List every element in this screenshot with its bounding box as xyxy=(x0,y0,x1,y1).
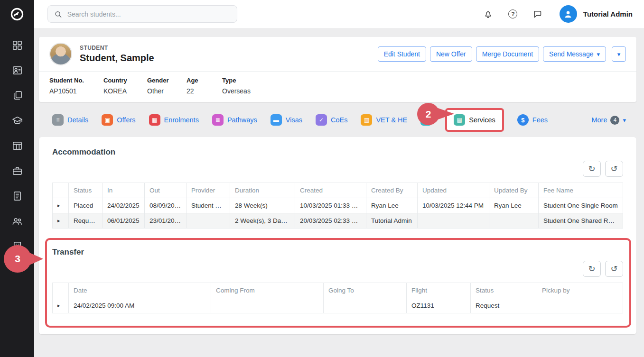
tab-coes[interactable]: ✓ CoEs xyxy=(316,114,347,126)
brand-logo-icon xyxy=(9,6,25,22)
tab-vet-he[interactable]: ▥ VET & HE xyxy=(361,114,407,126)
accommodation-header-row: Status In Out Provider Duration Created … xyxy=(53,183,623,198)
col-header[interactable]: In xyxy=(103,183,145,198)
notifications-button[interactable] xyxy=(483,9,494,20)
info-label: Student No. xyxy=(49,77,103,84)
user-name: Tutorial Admin xyxy=(583,10,633,18)
col-header[interactable]: Going To xyxy=(324,283,407,298)
sidebar-item-courses[interactable] xyxy=(11,114,23,127)
history-button[interactable]: ↺ xyxy=(605,261,623,277)
col-header[interactable]: Updated xyxy=(418,183,489,198)
chevron-down-icon: ▾ xyxy=(623,117,626,124)
new-offer-button[interactable]: New Offer xyxy=(430,46,472,62)
cell-created: 10/03/2025 01:33 PM xyxy=(295,198,366,213)
tab-label: VET & HE xyxy=(376,116,407,124)
sidebar-item-agents[interactable] xyxy=(11,165,23,177)
tab-label: Offers xyxy=(117,116,135,124)
student-photo xyxy=(49,43,72,65)
tab-enrolments[interactable]: ▦ Enrolments xyxy=(149,114,199,126)
messages-button[interactable] xyxy=(532,9,543,20)
col-header[interactable]: Out xyxy=(145,183,187,198)
student-name: Student, Sample xyxy=(80,53,154,64)
student-search[interactable] xyxy=(47,5,237,23)
accommodation-toolbar: ↻ ↺ xyxy=(52,161,623,177)
cell-pickup-by xyxy=(537,298,623,313)
sidebar-item-dashboard[interactable] xyxy=(11,39,23,51)
col-header-expand xyxy=(53,283,69,298)
record-type-label: STUDENT xyxy=(80,45,154,51)
col-header-expand xyxy=(53,183,69,198)
icon-glyph: ▬ xyxy=(273,117,279,123)
documents-icon xyxy=(12,90,23,101)
tab-label: Services xyxy=(469,116,495,124)
sidebar-item-contacts[interactable] xyxy=(11,64,23,76)
transfer-title: Transfer xyxy=(52,247,623,257)
tab-details[interactable]: ≡ Details xyxy=(52,114,88,126)
table-row: ▸ Request 06/01/2025 23/01/2025 2 Week(s… xyxy=(53,213,623,229)
services-highlight-box: ▤ Services xyxy=(445,108,504,132)
brand-logo[interactable] xyxy=(0,0,34,28)
info-age: Age 22 xyxy=(187,77,222,95)
row-expand-toggle[interactable]: ▸ xyxy=(53,198,69,213)
people-icon xyxy=(12,216,23,227)
refresh-button[interactable]: ↻ xyxy=(583,161,601,177)
icon-glyph: ≡ xyxy=(56,117,59,123)
tab-label: Enrolments xyxy=(164,116,199,124)
icon-glyph: ▥ xyxy=(364,117,369,123)
col-header[interactable]: Updated By xyxy=(489,183,539,198)
tab-offers[interactable]: ▣ Offers xyxy=(102,114,135,126)
col-header[interactable]: Created By xyxy=(366,183,418,198)
edit-student-button[interactable]: Edit Student xyxy=(378,46,426,62)
merge-document-button[interactable]: Merge Document xyxy=(476,46,539,62)
refresh-button[interactable]: ↻ xyxy=(583,261,601,277)
col-header[interactable]: Date xyxy=(69,283,211,298)
refresh-icon: ↻ xyxy=(588,165,595,173)
col-header[interactable]: Coming From xyxy=(211,283,324,298)
col-header[interactable]: Status xyxy=(69,183,103,198)
sidebar-nav xyxy=(0,28,34,252)
student-info-row: Student No. AP10501 Country KOREA Gender… xyxy=(39,71,636,102)
top-bar: ? Tutorial Admin xyxy=(34,0,644,28)
row-expand-toggle[interactable]: ▸ xyxy=(53,298,69,313)
vet-he-icon: ▥ xyxy=(361,114,372,126)
cell-in: 06/01/2025 xyxy=(103,213,145,229)
briefcase-icon xyxy=(12,165,23,176)
col-header[interactable]: Pickup by xyxy=(537,283,623,298)
tab-pathways[interactable]: ≣ Pathways xyxy=(212,114,257,126)
col-header[interactable]: Fee Name xyxy=(539,183,623,198)
info-label: Country xyxy=(103,77,147,84)
search-input[interactable] xyxy=(66,10,231,18)
cell-created-by: Ryan Lee xyxy=(366,198,418,213)
cell-provider xyxy=(187,213,230,229)
col-header[interactable]: Provider xyxy=(187,183,230,198)
sidebar-item-invoices[interactable] xyxy=(11,190,23,202)
user-menu[interactable]: Tutorial Admin xyxy=(560,5,633,23)
cell-updated xyxy=(418,213,489,229)
visas-icon: ▬ xyxy=(271,114,282,126)
tab-visas[interactable]: ▬ Visas xyxy=(271,114,302,126)
sidebar-item-organisation[interactable] xyxy=(11,240,23,252)
sidebar-item-staff[interactable] xyxy=(11,215,23,227)
more-actions-dropdown-button[interactable]: ▾ xyxy=(612,46,626,62)
help-button[interactable]: ? xyxy=(507,9,519,20)
sidebar-item-timetable[interactable] xyxy=(11,139,23,152)
chevron-down-icon: ▾ xyxy=(597,51,600,58)
tab-fees[interactable]: $ Fees xyxy=(517,114,548,126)
tabs-more-menu[interactable]: More 4 ▾ xyxy=(591,116,626,125)
building-icon xyxy=(12,241,23,252)
tab-services[interactable]: ▤ Services xyxy=(454,114,495,126)
history-button[interactable]: ↺ xyxy=(605,161,623,177)
sidebar-item-documents[interactable] xyxy=(11,89,23,101)
row-expand-toggle[interactable]: ▸ xyxy=(53,213,69,229)
tab-label: Visas xyxy=(286,116,302,124)
send-message-button[interactable]: Send Message ▾ xyxy=(543,46,606,62)
col-header[interactable]: Status xyxy=(471,283,537,298)
col-header[interactable]: Duration xyxy=(230,183,295,198)
cell-status: Request xyxy=(69,213,103,229)
col-header[interactable]: Created xyxy=(295,183,366,198)
col-header[interactable]: Flight xyxy=(407,283,471,298)
tab-label: Pathways xyxy=(227,116,257,124)
tab-hidden-partial[interactable] xyxy=(420,114,432,126)
student-actions: Edit Student New Offer Merge Document Se… xyxy=(378,46,626,62)
student-tab-bar: ≡ Details ▣ Offers ▦ Enrolments ≣ Pathwa… xyxy=(39,102,636,137)
